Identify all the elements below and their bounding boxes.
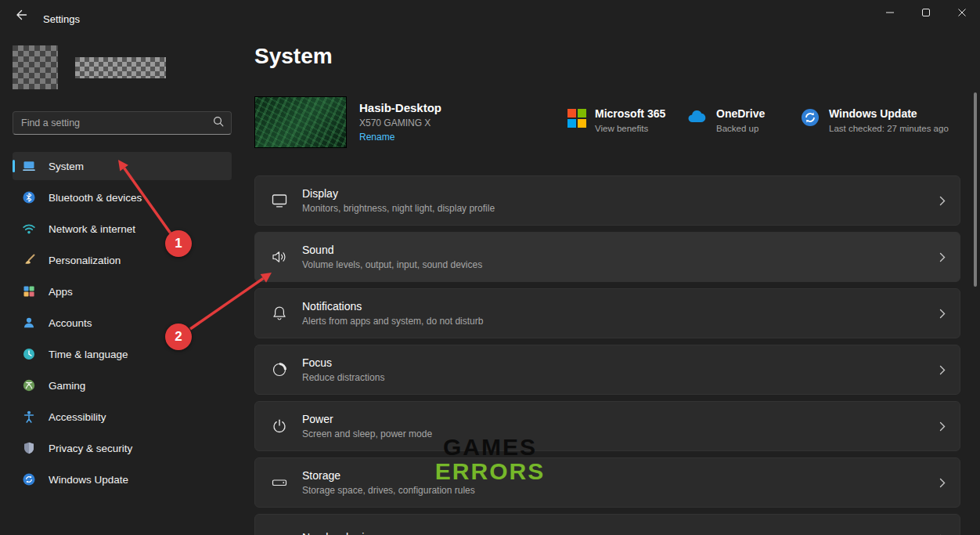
settings-row-storage[interactable]: Storage Storage space, drives, configura… xyxy=(254,457,960,508)
sidebar-item-personalization[interactable]: Personalization xyxy=(13,246,232,274)
settings-list: Display Monitors, brightness, night ligh… xyxy=(254,175,960,535)
settings-row-display[interactable]: Display Monitors, brightness, night ligh… xyxy=(254,175,960,226)
settings-row-subtitle: Volume levels, output, input, sound devi… xyxy=(302,259,482,270)
back-button[interactable] xyxy=(8,5,34,28)
settings-window: Settings System xyxy=(0,0,980,535)
onedrive-cloud-icon xyxy=(686,107,708,133)
sound-speaker-icon xyxy=(270,248,289,266)
sidebar-item-label: Personalization xyxy=(49,255,121,266)
windows-update-icon xyxy=(22,472,36,486)
sidebar-item-system[interactable]: System xyxy=(13,152,232,180)
search-input[interactable] xyxy=(21,117,212,128)
status-onedrive[interactable]: OneDrive Backed up xyxy=(686,107,765,133)
settings-row-subtitle: Alerts from apps and system, do not dist… xyxy=(302,316,483,327)
shield-icon xyxy=(22,441,36,455)
settings-row-nearby-sharing[interactable]: Nearby sharing xyxy=(254,514,960,535)
notifications-bell-icon xyxy=(270,304,289,323)
sidebar-item-accounts[interactable]: Accounts xyxy=(13,309,232,337)
settings-row-subtitle: Reduce distractions xyxy=(302,372,384,383)
minimize-icon xyxy=(885,6,895,20)
search-box xyxy=(13,111,232,135)
focus-icon xyxy=(270,360,289,379)
status-subtitle: Last checked: 27 minutes ago xyxy=(829,124,949,133)
device-model: X570 GAMING X xyxy=(359,117,441,128)
sidebar-item-label: Network & internet xyxy=(49,223,135,235)
nearby-sharing-icon xyxy=(270,530,289,535)
accessibility-person-icon xyxy=(22,410,36,424)
sidebar-item-label: Apps xyxy=(49,286,73,298)
sidebar-item-label: Privacy & security xyxy=(49,443,132,454)
titlebar: Settings xyxy=(0,0,980,38)
clock-icon xyxy=(22,347,36,361)
rename-link[interactable]: Rename xyxy=(359,132,395,143)
chevron-right-icon xyxy=(939,365,946,375)
sidebar-item-network-internet[interactable]: Network & internet xyxy=(13,215,232,243)
settings-row-title: Focus xyxy=(302,356,384,369)
sidebar-item-privacy-security[interactable]: Privacy & security xyxy=(13,434,232,462)
settings-row-title: Storage xyxy=(302,469,475,482)
status-title: OneDrive xyxy=(716,107,765,120)
device-wallpaper-thumbnail xyxy=(254,96,347,148)
sidebar-item-accessibility[interactable]: Accessibility xyxy=(13,403,232,431)
settings-row-focus[interactable]: Focus Reduce distractions xyxy=(254,345,960,395)
maximize-icon xyxy=(921,6,931,20)
status-windows-update[interactable]: Windows Update Last checked: 27 minutes … xyxy=(800,107,949,133)
personalization-brush-icon xyxy=(22,253,36,267)
device-strip: Hasib-Desktop X570 GAMING X Rename Micro… xyxy=(254,96,960,151)
apps-grid-icon xyxy=(22,284,36,298)
device-name: Hasib-Desktop xyxy=(359,101,441,114)
status-subtitle: Backed up xyxy=(716,124,765,133)
status-subtitle: View benefits xyxy=(595,124,665,133)
storage-drive-icon xyxy=(270,473,289,492)
sidebar-item-apps[interactable]: Apps xyxy=(13,277,232,305)
close-button[interactable] xyxy=(944,0,980,27)
sidebar-item-label: Accessibility xyxy=(49,411,106,423)
user-name-redacted xyxy=(75,57,166,78)
search-icon xyxy=(212,115,225,131)
status-microsoft-365[interactable]: Microsoft 365 View benefits xyxy=(567,107,665,133)
sidebar-item-label: Time & language xyxy=(49,349,128,360)
sidebar-item-windows-update[interactable]: Windows Update xyxy=(13,465,232,493)
chevron-right-icon xyxy=(939,196,946,206)
sidebar-item-label: Bluetooth & devices xyxy=(49,192,142,204)
sidebar-item-label: Gaming xyxy=(49,380,85,392)
settings-row-sound[interactable]: Sound Volume levels, output, input, soun… xyxy=(254,232,960,282)
network-wifi-icon xyxy=(22,222,36,236)
scrollbar-thumb[interactable] xyxy=(974,92,977,287)
sidebar-item-label: Accounts xyxy=(49,317,92,329)
settings-row-power[interactable]: Power Screen and sleep, power mode xyxy=(254,401,960,451)
user-profile[interactable] xyxy=(13,45,166,89)
chevron-right-icon xyxy=(939,252,946,262)
status-title: Microsoft 365 xyxy=(595,107,665,120)
maximize-button[interactable] xyxy=(908,0,944,27)
sidebar-item-label: Windows Update xyxy=(49,474,128,486)
accounts-person-icon xyxy=(22,316,36,330)
avatar xyxy=(13,45,58,89)
sidebar-item-gaming[interactable]: Gaming xyxy=(13,371,232,399)
settings-row-notifications[interactable]: Notifications Alerts from apps and syste… xyxy=(254,288,960,338)
settings-row-subtitle: Screen and sleep, power mode xyxy=(302,428,432,439)
settings-row-subtitle: Monitors, brightness, night light, displ… xyxy=(302,203,495,214)
settings-row-title: Notifications xyxy=(302,300,483,313)
minimize-button[interactable] xyxy=(872,0,908,27)
settings-row-title: Sound xyxy=(302,244,482,256)
sidebar-item-time-language[interactable]: Time & language xyxy=(13,340,232,368)
settings-row-title: Power xyxy=(302,413,432,425)
sidebar-item-bluetooth-devices[interactable]: Bluetooth & devices xyxy=(13,183,232,211)
display-icon xyxy=(270,191,289,210)
windows-update-icon xyxy=(800,107,820,133)
sidebar-nav: System Bluetooth & devices Network & int… xyxy=(13,152,232,497)
chevron-right-icon xyxy=(939,421,946,432)
page-title: System xyxy=(254,44,333,69)
power-icon xyxy=(270,417,289,436)
chevron-right-icon xyxy=(939,478,946,488)
microsoft-365-icon xyxy=(567,109,586,128)
close-icon xyxy=(957,6,967,20)
device-info: Hasib-Desktop X570 GAMING X Rename xyxy=(359,101,441,143)
settings-row-subtitle: Storage space, drives, configuration rul… xyxy=(302,485,475,496)
chevron-right-icon xyxy=(939,309,946,319)
window-controls xyxy=(872,0,980,27)
system-monitor-icon xyxy=(22,159,36,173)
sidebar-item-label: System xyxy=(49,161,84,172)
settings-row-title: Nearby sharing xyxy=(302,531,377,535)
